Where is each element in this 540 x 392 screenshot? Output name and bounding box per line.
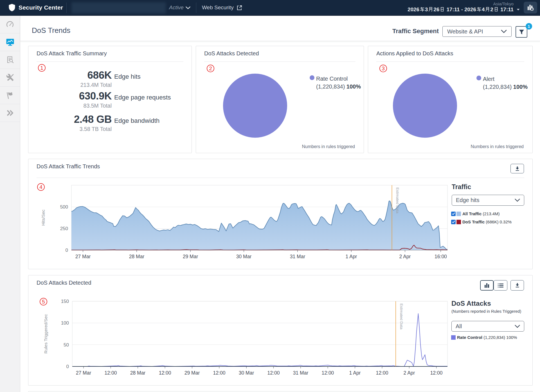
web-security-link[interactable]: Web Security xyxy=(202,0,242,15)
svg-text:2 Apr: 2 Apr xyxy=(399,254,411,259)
traffic-segment-select[interactable]: Website & API xyxy=(442,26,512,37)
check-icon xyxy=(452,221,455,223)
sidebar-item-dos-trends[interactable] xyxy=(0,33,20,51)
app-title: Security Center xyxy=(19,4,63,11)
svg-text:100: 100 xyxy=(61,320,69,326)
svg-text:2 Apr: 2 Apr xyxy=(404,370,415,376)
chevron-down-icon[interactable] xyxy=(186,6,190,9)
caret-down-icon xyxy=(517,9,520,11)
svg-text:30 Mar: 30 Mar xyxy=(236,254,252,259)
download-icon xyxy=(515,283,520,288)
svg-text:27 Mar: 27 Mar xyxy=(76,370,91,376)
swatch-dos-traffic xyxy=(456,220,461,224)
traffic-trends-chart[interactable]: 025050027 Mar28 Mar29 Mar30 Mar31 Mar1 A… xyxy=(40,180,450,266)
download-button[interactable] xyxy=(510,280,524,291)
double-chevron-icon xyxy=(6,110,14,116)
dos-attacks-chart[interactable]: 05010015027 Mar12:0028 Mar12:0029 Mar12:… xyxy=(40,297,450,383)
stat-edge-bandwidth: 2.48 GB Edge bandwidth 3.58 TB Total xyxy=(28,114,192,132)
swatch-rate-control xyxy=(451,335,456,340)
list-icon xyxy=(498,283,503,288)
sidebar-collapse[interactable] xyxy=(0,104,20,122)
external-link-icon xyxy=(237,5,242,11)
brand: Security Center xyxy=(8,0,63,15)
svg-text:1 Apr: 1 Apr xyxy=(349,370,361,376)
svg-text:12:00: 12:00 xyxy=(430,370,443,376)
stat-edge-page-requests: 630.9K Edge page requests 83.5M Total xyxy=(28,90,192,109)
sidebar-item-flags[interactable] xyxy=(0,87,20,104)
dos-attacks-panel-title: DoS Attacks xyxy=(451,300,491,307)
pie-legend: Alert (1,220,834) 100% xyxy=(476,75,528,91)
flag-icon xyxy=(6,92,14,99)
timezone-label: Asia/Tokyo xyxy=(493,1,514,6)
traffic-metric-select[interactable]: Edge hits xyxy=(452,195,524,206)
svg-text:12:00: 12:00 xyxy=(376,370,388,376)
chevron-down-icon xyxy=(515,199,520,202)
svg-text:1 Apr: 1 Apr xyxy=(346,254,357,259)
pie-chart-dos-attacks[interactable] xyxy=(219,70,291,142)
svg-text:12:00: 12:00 xyxy=(322,370,334,376)
attack-filter-select[interactable]: All xyxy=(451,321,524,332)
download-button[interactable] xyxy=(510,164,524,173)
card-actions-applied-pie: Actions Applied to DoS Attacks 3 Alert (… xyxy=(368,46,533,153)
legend-dot xyxy=(476,76,481,80)
legend-dot xyxy=(310,75,314,80)
stat-edge-hits: 686K Edge hits 213.4M Total xyxy=(28,69,192,88)
svg-text:0: 0 xyxy=(66,364,69,369)
sidebar-item-reports[interactable] xyxy=(0,51,20,69)
card-dos-attack-traffic-summary: DoS Attack Traffic Summary 1 686K Edge h… xyxy=(28,46,192,153)
filter-funnel-icon xyxy=(519,30,524,35)
legend-dos-traffic: DoS Traffic (686K) 0.32% xyxy=(451,219,512,224)
divider xyxy=(37,178,524,178)
bar-chart-icon xyxy=(484,283,489,288)
svg-text:Estimated Data: Estimated Data xyxy=(395,187,400,214)
shield-icon xyxy=(8,4,15,12)
card-dos-attacks-detected-chart: DoS Attacks Detected 5 05010015027 Mar12… xyxy=(28,275,533,386)
nav-divider xyxy=(66,3,67,13)
svg-text:Rules Triggered/Sec: Rules Triggered/Sec xyxy=(43,314,48,354)
svg-text:Hits/Sec: Hits/Sec xyxy=(41,209,46,226)
svg-text:500: 500 xyxy=(60,204,68,210)
swatch-all-traffic xyxy=(456,212,461,216)
filter-count-badge: 1 xyxy=(526,23,532,30)
gauge-icon xyxy=(6,21,14,28)
svg-text:150: 150 xyxy=(61,299,69,304)
svg-text:250: 250 xyxy=(60,226,68,231)
svg-text:0: 0 xyxy=(66,248,68,253)
date-range-picker[interactable]: 2026326 17:11 - 202642 17:11 xyxy=(408,6,520,13)
usage-analytics-button[interactable] xyxy=(524,2,537,13)
svg-text:Estimated Data: Estimated Data xyxy=(399,303,404,330)
card-title: DoS Attacks Detected xyxy=(37,280,91,286)
svg-text:31 Mar: 31 Mar xyxy=(290,254,305,259)
annotation-3: 3 xyxy=(379,65,387,72)
redacted-config-name[interactable] xyxy=(71,2,166,13)
svg-text:31 Mar: 31 Mar xyxy=(293,370,309,376)
checkbox-all-traffic[interactable] xyxy=(451,212,456,216)
svg-text:12:00: 12:00 xyxy=(105,370,117,376)
card-dos-attack-traffic-trends: DoS Attack Traffic Trends 4 025050027 Ma… xyxy=(28,159,533,269)
divider xyxy=(37,62,183,62)
chart-view-button[interactable] xyxy=(480,280,494,291)
sidebar-item-tools[interactable] xyxy=(0,69,20,87)
svg-text:28 Mar: 28 Mar xyxy=(130,370,146,376)
pie-note: Numbers in rules triggered xyxy=(302,144,355,149)
config-status[interactable]: Active xyxy=(169,0,184,15)
list-view-button[interactable] xyxy=(494,280,507,291)
card-title: DoS Attack Traffic Trends xyxy=(37,163,100,170)
filter-button[interactable] xyxy=(516,26,527,38)
svg-text:30 Mar: 30 Mar xyxy=(239,370,254,376)
checkbox-dos-traffic[interactable] xyxy=(451,220,456,224)
card-title: DoS Attacks Detected xyxy=(204,50,259,57)
sidebar-item-dashboard[interactable] xyxy=(0,16,20,33)
divider xyxy=(204,62,356,62)
legend-rate-control: Rate Control (1,220,834) 100% xyxy=(451,335,517,340)
report-search-icon xyxy=(6,56,14,64)
card-title: DoS Attack Traffic Summary xyxy=(37,50,107,57)
svg-text:12:00: 12:00 xyxy=(159,370,171,376)
annotation-2: 2 xyxy=(207,65,214,72)
traffic-segment-label: Traffic Segment xyxy=(392,28,439,35)
pie-chart-actions-applied[interactable] xyxy=(389,70,461,142)
dos-attacks-panel-subtitle: (Numbers reported in Rules Triggered) xyxy=(451,309,521,314)
monitor-chart-icon xyxy=(6,38,14,46)
tools-icon xyxy=(6,74,14,81)
traffic-panel-title: Traffic xyxy=(452,183,471,191)
